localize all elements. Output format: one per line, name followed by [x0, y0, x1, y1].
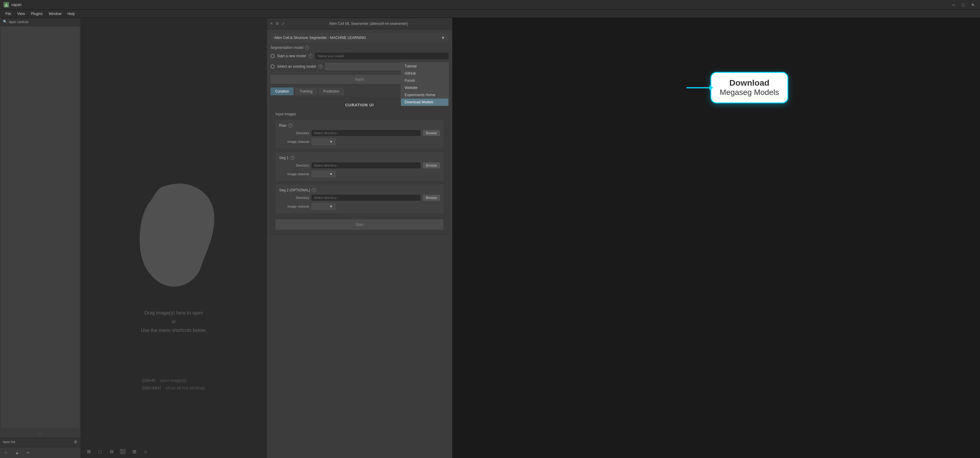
seg1-directory-row: Directory Browse [279, 162, 440, 169]
callout-arrow-line [686, 87, 710, 88]
plugin-panel: ✕ ⚙ ⤢ Allen Cell ML Seamenter (allencell… [267, 18, 452, 458]
dropdown-menu: Tutorial GitHub Forum Website Experiment… [401, 62, 449, 106]
seg2-channel-dropdown[interactable]: ▼ [312, 203, 336, 210]
ml-title-bar: Allen Cell & Structure Segmenter - MACHI… [270, 33, 449, 43]
menu-plugins[interactable]: Plugins [28, 11, 46, 17]
raw-channel-dropdown[interactable]: ▼ [312, 138, 336, 145]
plugin-close-icon[interactable]: ✕ [270, 21, 273, 26]
paint-tool-button[interactable]: ✏ [24, 449, 32, 456]
channel-chevron-seg1-icon: ▼ [329, 172, 333, 176]
start-new-model-info-icon[interactable]: ? [309, 54, 313, 58]
maximize-button[interactable]: □ [959, 1, 967, 8]
plugin-expand-icon[interactable]: ⤢ [282, 21, 285, 26]
drag-instructions: Drag image(s) here to open or Use the me… [141, 309, 207, 335]
plugin-gear-icon[interactable]: ⚙ [275, 21, 279, 26]
delete-layer-icon[interactable]: 🗑 [74, 440, 78, 444]
start-button[interactable]: Start [275, 219, 444, 230]
callout-annotation: Download Megaseg Models [686, 72, 788, 103]
segmentation-model-label: Segmentation model ? [270, 46, 449, 50]
directory-label-seg2: Directory [279, 196, 309, 199]
menu-help[interactable]: Help [64, 11, 78, 17]
dropdown-download-models[interactable]: Download Models [401, 99, 449, 106]
seg-model-info-icon[interactable]: ? [305, 46, 309, 50]
more-options-icon[interactable]: ··· [38, 430, 43, 436]
seg1-label-row: Seg 1 ? [279, 156, 440, 160]
console-tool-button[interactable]: ⊞ [84, 447, 93, 456]
menu-view[interactable]: View [14, 11, 28, 17]
home-tool-button[interactable]: ⌂ [142, 447, 150, 456]
directory-label-raw: Directory [279, 131, 309, 135]
plugin-content: Allen Cell & Structure Segmenter - MACHI… [267, 29, 452, 458]
menu-file[interactable]: File [2, 11, 14, 17]
seg2-directory-input[interactable] [312, 195, 420, 201]
dropdown-github[interactable]: GitHub [401, 70, 449, 77]
image-channel-label-seg1: Image channel [279, 172, 309, 176]
main-layout: 🔍 layer controls ··· layer list 🗑 ⊹ ▲ ✏ [0, 18, 980, 458]
layer-tools: ⊹ ▲ ✏ [0, 447, 81, 458]
select-tool-button[interactable]: ⊹ [2, 449, 10, 456]
menu-window[interactable]: Window [46, 11, 65, 17]
input-images-label: Input images [275, 112, 444, 116]
callout-box: Download Megaseg Models [710, 72, 788, 103]
raw-channel-row: Image channel ▼ [279, 138, 440, 145]
seg2-info-icon[interactable]: ? [312, 188, 316, 192]
channel-chevron-raw-icon: ▼ [329, 140, 333, 143]
shape-tool-button[interactable]: ▲ [13, 449, 22, 456]
grid-tool-button[interactable]: ⊞ [130, 447, 138, 456]
tab-prediction[interactable]: Prediction [318, 87, 344, 95]
tab-curation[interactable]: Curation [270, 87, 294, 95]
layer-list-title: layer list [3, 440, 15, 444]
layer-list-header: layer list 🗑 [3, 440, 78, 444]
model-name-input[interactable] [315, 53, 449, 59]
3d-tool-button[interactable]: ⧉ [107, 447, 116, 456]
seg2-label-row: Seg 2 (OPTIONAL) ? [279, 188, 440, 192]
select-existing-model-label: Select an existing model [277, 64, 316, 68]
bottom-toolbar: ⊞ □ ⧉ ⬛ ⊞ ⌂ [81, 445, 267, 458]
ml-title-dropdown-icon[interactable]: ▼ [441, 35, 445, 40]
plugin-header-icons: ✕ ⚙ ⤢ [270, 21, 285, 26]
seg1-section: Seg 1 ? Directory Browse Image channel ▼ [275, 152, 444, 181]
seg1-info-icon[interactable]: ? [290, 156, 294, 160]
resize-handle[interactable]: ⋮ [264, 18, 267, 458]
tab-training[interactable]: Training [295, 87, 317, 95]
raw-directory-input[interactable] [312, 130, 420, 136]
directory-label-seg1: Directory [279, 164, 309, 167]
left-panel: 🔍 layer controls ··· layer list 🗑 ⊹ ▲ ✏ [0, 18, 81, 458]
callout-title: Download [720, 78, 779, 88]
dropdown-experiments-home[interactable]: Experiments Home [401, 91, 449, 99]
curation-tab-content: CURATION UI Input images Raw ? Directory… [270, 98, 449, 235]
viewer-content: Drag image(s) here to open or Use the me… [81, 18, 267, 458]
seg2-channel-row: Image channel ▼ [279, 203, 440, 210]
layer-list-section: layer list 🗑 [0, 437, 81, 447]
raw-section: Raw ? Directory Browse Image channel ▼ [275, 120, 444, 149]
callout-subtitle: Megaseg Models [720, 88, 779, 97]
seg1-browse-button[interactable]: Browse [423, 162, 440, 169]
start-new-model-radio[interactable] [270, 54, 275, 58]
svg-marker-0 [5, 3, 8, 6]
blob-shape [126, 175, 222, 289]
minimize-button[interactable]: ─ [950, 1, 957, 8]
seg1-label: Seg 1 [279, 156, 288, 160]
raw-directory-row: Directory Browse [279, 130, 440, 136]
image-channel-label-raw: Image channel [279, 140, 309, 143]
ndim-tool-button[interactable]: ⬛ [119, 447, 127, 456]
start-new-model-row: Start a new model ? [270, 53, 449, 59]
raw-browse-button[interactable]: Browse [423, 130, 440, 136]
raw-label-row: Raw ? [279, 123, 440, 127]
select-existing-model-info-icon[interactable]: ? [318, 64, 323, 68]
menubar: File View Plugins Window Help [0, 10, 980, 18]
select-existing-model-radio[interactable] [270, 64, 275, 68]
start-new-model-label: Start a new model [277, 54, 306, 58]
dropdown-website[interactable]: Website [401, 84, 449, 91]
close-button[interactable]: ✕ [969, 1, 977, 8]
seg2-browse-button[interactable]: Browse [423, 195, 440, 201]
layer-tool-button[interactable]: □ [96, 447, 104, 456]
dropdown-tutorial[interactable]: Tutorial [401, 63, 449, 70]
window-controls: ─ □ ✕ [950, 1, 977, 8]
seg1-directory-input[interactable] [312, 162, 420, 169]
seg1-channel-row: Image channel ▼ [279, 171, 440, 177]
seg1-channel-dropdown[interactable]: ▼ [312, 171, 336, 177]
raw-info-icon[interactable]: ? [288, 123, 292, 127]
dropdown-forum[interactable]: Forum [401, 77, 449, 84]
channel-chevron-seg2-icon: ▼ [329, 205, 333, 208]
